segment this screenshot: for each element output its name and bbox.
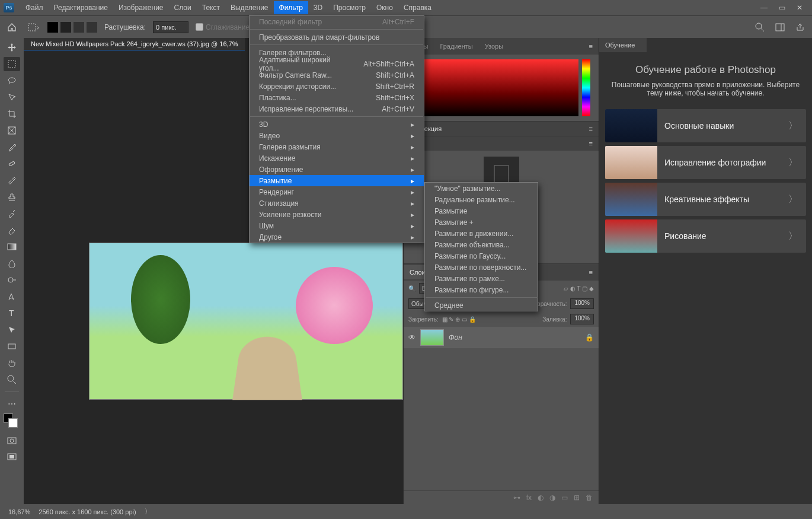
chevron-right-icon[interactable]: 〉 [145,507,151,516]
menu-item[interactable]: Галерея размытия▸ [250,141,424,152]
group-icon[interactable]: ▭ [561,493,568,502]
more-tools[interactable]: ⋯ [4,397,20,411]
menu-item[interactable]: Пластика...Shift+Ctrl+X [250,92,424,103]
color-picker[interactable] [408,59,578,116]
mask-icon[interactable]: ◐ [538,493,544,502]
eyedropper-tool[interactable] [4,140,20,154]
learn-card[interactable]: Основные навыки〉 [605,109,806,142]
minimize-button[interactable]: — [755,1,773,14]
link-icon[interactable]: ⊶ [513,493,520,502]
menu-item[interactable]: Радиальное размытие... [425,194,538,205]
layer-name[interactable]: Фон [449,333,462,342]
screen-mode-toggle[interactable] [4,450,20,464]
menu-item[interactable]: Размытие▸ [250,175,424,186]
path-select-tool[interactable] [4,323,20,337]
rect-marquee-tool[interactable] [4,57,20,71]
patterns-tab[interactable]: Узоры [479,39,509,53]
zoom-tool[interactable] [4,372,20,387]
gradient-tool[interactable] [4,240,20,254]
menu-item[interactable]: Адаптивный широкий угол...Alt+Shift+Ctrl… [250,58,424,69]
menu-изображение[interactable]: Изображение [113,1,169,14]
adjustment-icon[interactable]: ◑ [549,493,555,502]
menu-item[interactable]: Другое▸ [250,231,424,243]
learn-card[interactable]: Исправление фотографии〉 [605,146,806,179]
frame-tool[interactable] [4,123,20,138]
move-tool[interactable] [4,40,20,55]
stamp-tool[interactable] [4,190,20,204]
maximize-button[interactable]: ▭ [773,1,791,14]
menu-item[interactable]: Среднее [425,300,538,311]
pen-tool[interactable] [4,289,20,304]
menu-фильтр[interactable]: Фильтр [274,1,308,14]
workspace-icon[interactable] [773,20,787,34]
blur-tool[interactable] [4,256,20,270]
close-button[interactable]: ✕ [791,1,808,14]
document-canvas[interactable] [89,243,403,400]
menu-item[interactable]: Усиление резкости▸ [250,209,424,220]
menu-item[interactable]: Преобразовать для смарт-фильтров [250,31,424,43]
type-tool[interactable]: T [4,306,20,320]
hue-strip[interactable] [582,59,590,116]
opacity-value[interactable]: 100% [570,298,594,309]
fx-icon[interactable]: fx [526,493,532,502]
lasso-tool[interactable] [4,74,20,88]
learn-tab[interactable]: Обучение [599,38,647,52]
menu-item[interactable]: 3D▸ [250,119,424,130]
panel-menu-icon[interactable]: ≡ [583,39,599,53]
healing-tool[interactable] [4,157,20,171]
search-icon[interactable] [753,20,767,34]
menu-item[interactable]: Фильтр Camera Raw...Shift+Ctrl+A [250,69,424,81]
menu-item[interactable]: Размытие по рамке... [425,273,538,284]
selection-mode-icons[interactable] [47,22,97,33]
menu-item[interactable]: Размытие по фигуре... [425,284,538,295]
menu-item[interactable]: Размытие + [425,216,538,228]
crop-tool[interactable] [4,107,20,121]
menu-текст[interactable]: Текст [197,1,225,14]
menu-item[interactable]: Шум▸ [250,220,424,231]
menu-выделение[interactable]: Выделение [225,1,274,14]
new-layer-icon[interactable]: ⊞ [574,493,580,502]
menu-item[interactable]: Видео▸ [250,130,424,141]
fill-value[interactable]: 100% [570,314,594,324]
menu-item[interactable]: Стилизация▸ [250,198,424,209]
menu-просмотр[interactable]: Просмотр [328,1,371,14]
menu-item[interactable]: Размытие в движении... [425,228,538,239]
menu-item[interactable]: "Умное" размытие... [425,183,538,194]
menu-item[interactable]: Искажение▸ [250,152,424,164]
menu-файл[interactable]: Файл [20,1,49,14]
menu-справка[interactable]: Справка [398,1,437,14]
learn-card[interactable]: Рисование〉 [605,219,806,253]
menu-item[interactable]: Размытие [425,205,538,216]
panel-menu-icon[interactable]: ≡ [583,265,599,279]
visibility-icon[interactable]: 👁 [408,333,415,342]
gradients-tab[interactable]: Градиенты [434,39,478,53]
history-brush-tool[interactable] [4,206,20,221]
menu-item[interactable]: Размытие по поверхности... [425,262,538,273]
brush-tool[interactable] [4,173,20,187]
fg-bg-swatch[interactable] [4,413,20,431]
quick-mask-toggle[interactable] [4,434,20,448]
menu-item[interactable]: Рендеринг▸ [250,186,424,198]
feather-input[interactable] [153,21,188,33]
home-icon[interactable] [5,20,19,34]
panel-menu-icon[interactable]: ≡ [589,125,593,132]
filter-icons[interactable]: ▱ ◐ T ▢ ◆ [564,285,594,292]
menu-слои[interactable]: Слои [169,1,197,14]
share-icon[interactable] [793,20,807,34]
quick-select-tool[interactable] [4,90,20,104]
hand-tool[interactable] [4,356,20,370]
eraser-tool[interactable] [4,223,20,237]
trash-icon[interactable]: 🗑 [586,493,593,502]
menu-3d[interactable]: 3D [308,1,328,14]
menu-редактирование[interactable]: Редактирование [49,1,113,14]
lock-icons[interactable]: ▦ ✎ ⊕ ▭ 🔒 [442,316,476,323]
menu-item[interactable]: Оформление▸ [250,164,424,175]
menu-item[interactable]: Коррекция дисторсии...Shift+Ctrl+R [250,81,424,92]
menu-item[interactable]: Размытие по Гауссу... [425,250,538,262]
doc-dimensions[interactable]: 2560 пикс. x 1600 пикс. (300 ppi) [39,508,136,515]
layer-row[interactable]: 👁 Фон 🔒 [404,327,599,348]
menu-item[interactable]: Размытие объектива... [425,239,538,250]
menu-item[interactable]: Исправление перспективы...Alt+Ctrl+V [250,103,424,114]
rectangle-tool[interactable] [4,339,20,354]
document-tab[interactable]: New Mixed HD Wallpapers Pack 264_igoryk_… [24,38,245,50]
